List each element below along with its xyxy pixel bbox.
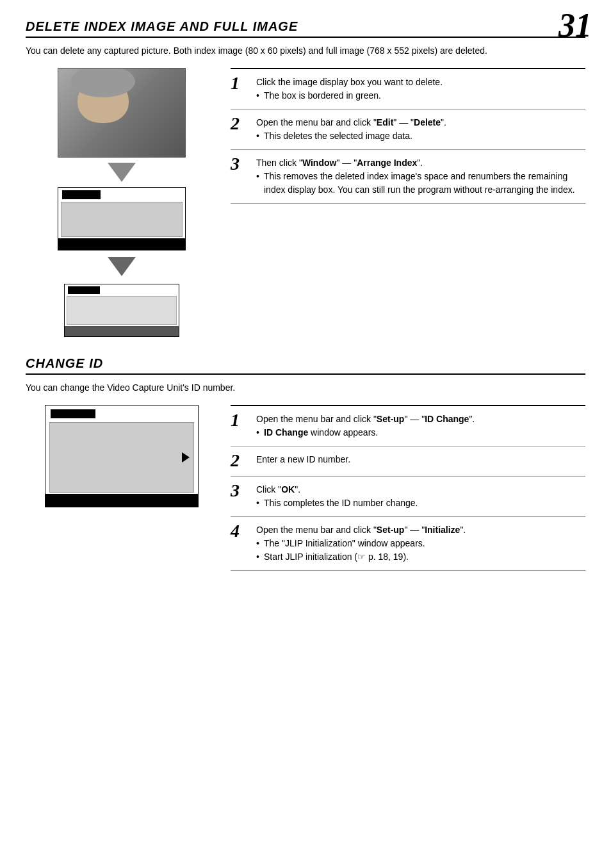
delete-step-3-number: 3 [231, 155, 251, 173]
delete-photo-inner [58, 69, 185, 157]
index-box-1-body [61, 202, 183, 237]
delete-section: DELETE INDEX IMAGE AND FULL IMAGE You ca… [26, 19, 585, 337]
change-id-illustration-col [26, 405, 218, 507]
delete-illustration [26, 68, 218, 337]
arrow-down-1 [108, 163, 136, 182]
delete-step-2-number: 2 [231, 115, 251, 133]
delete-steps-col: 1 Click the image display box you want t… [231, 68, 585, 204]
index-box-deleted-footer [65, 326, 179, 336]
delete-step-1-number: 1 [231, 74, 251, 92]
delete-step-1-main: Click the image display box you want to … [256, 77, 443, 87]
index-box-deleted-body [67, 296, 177, 325]
index-box-deleted [64, 284, 179, 337]
change-id-step-1-number: 1 [231, 411, 251, 429]
change-id-step-3-main: Click "OK". [256, 484, 300, 495]
delete-step-1-bullet-0: The box is bordered in green. [256, 89, 585, 102]
change-id-step-2-number: 2 [231, 452, 251, 470]
delete-step-2: 2 Open the menu bar and click "Edit" — "… [231, 110, 585, 150]
index-box-1-footer [58, 238, 185, 250]
delete-step-3-main: Then click "Window" — "Arrange Index". [256, 158, 423, 168]
change-id-step-4-main: Open the menu bar and click "Set-up" — "… [256, 525, 466, 535]
change-id-illustration [45, 405, 199, 507]
delete-step-2-main: Open the menu bar and click "Edit" — "De… [256, 117, 446, 127]
index-box-1-header [62, 190, 101, 199]
change-id-steps-col: 1 Open the menu bar and click "Set-up" —… [231, 405, 585, 571]
delete-photo [58, 68, 186, 158]
delete-step-3: 3 Then click "Window" — "Arrange Index".… [231, 150, 585, 204]
change-id-step-4-bullet-1: Start JLIP initialization (☞ p. 18, 19). [256, 550, 585, 564]
delete-step-2-content: Open the menu bar and click "Edit" — "De… [256, 116, 585, 143]
ci-footer [45, 494, 198, 507]
change-id-content-row: 1 Open the menu bar and click "Set-up" —… [26, 405, 585, 571]
change-id-step-2-main: Enter a new ID number. [256, 454, 350, 464]
index-box-deleted-header [68, 286, 100, 294]
page-container: 31 DELETE INDEX IMAGE AND FULL IMAGE You… [0, 0, 611, 868]
delete-section-title: DELETE INDEX IMAGE AND FULL IMAGE [26, 19, 585, 38]
change-id-step-3: 3 Click "OK". This completes the ID numb… [231, 477, 585, 517]
delete-step-3-content: Then click "Window" — "Arrange Index". T… [256, 156, 585, 197]
change-id-step-4: 4 Open the menu bar and click "Set-up" —… [231, 517, 585, 571]
change-id-step-4-content: Open the menu bar and click "Set-up" — "… [256, 523, 585, 564]
change-id-step-3-bullet-0: This completes the ID number change. [256, 496, 585, 510]
change-id-step-4-bullet-0: The "JLIP Initialization" window appears… [256, 537, 585, 550]
ci-body [49, 422, 194, 493]
delete-step-3-bullet-0: This removes the deleted index image's s… [256, 170, 585, 197]
change-id-step-1-content: Open the menu bar and click "Set-up" — "… [256, 413, 585, 439]
page-number: 31 [558, 6, 592, 44]
change-id-section-description: You can change the Video Capture Unit's … [26, 381, 585, 395]
change-id-step-2-content: Enter a new ID number. [256, 453, 585, 466]
delete-step-2-bullet-0: This deletes the selected image data. [256, 129, 585, 143]
change-id-step-1-bullet-0: ID Change window appears. [256, 426, 585, 439]
delete-step-1: 1 Click the image display box you want t… [231, 69, 585, 110]
baby-face [77, 78, 129, 123]
change-id-section-title: CHANGE ID [26, 356, 585, 375]
change-id-step-3-number: 3 [231, 482, 251, 500]
change-id-step-2: 2 Enter a new ID number. [231, 446, 585, 477]
change-id-step-1: 1 Open the menu bar and click "Set-up" —… [231, 406, 585, 446]
change-id-section: CHANGE ID You can change the Video Captu… [26, 356, 585, 571]
change-id-step-4-number: 4 [231, 522, 251, 540]
delete-step-1-content: Click the image display box you want to … [256, 76, 585, 102]
change-id-step-3-content: Click "OK". This completes the ID number… [256, 483, 585, 510]
change-id-step-1-main: Open the menu bar and click "Set-up" — "… [256, 414, 475, 424]
index-box-1 [58, 187, 186, 250]
ci-header [51, 409, 95, 418]
arrow-down-2 [108, 257, 136, 276]
delete-section-description: You can delete any captured picture. Bot… [26, 44, 585, 58]
delete-content-row: 1 Click the image display box you want t… [26, 68, 585, 337]
ci-arrow-icon [182, 452, 190, 463]
